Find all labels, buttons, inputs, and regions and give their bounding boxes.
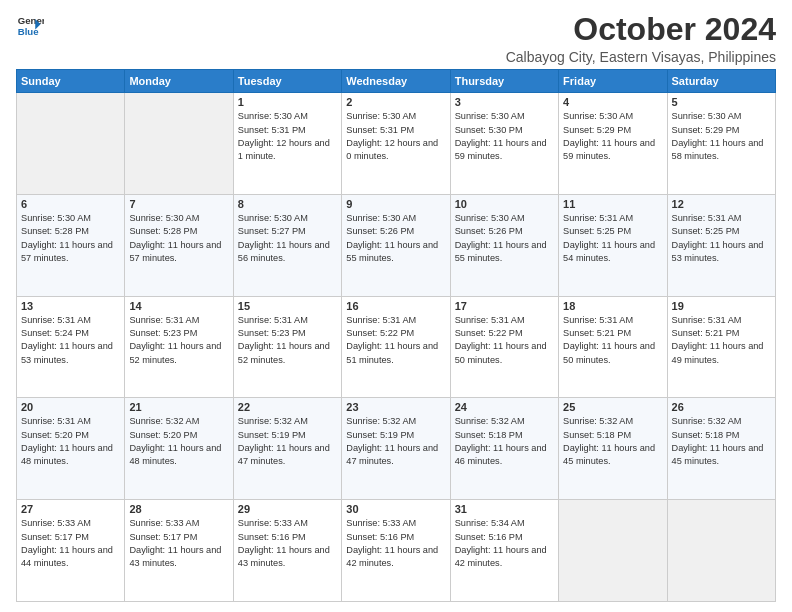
logo-icon: General Blue (16, 12, 44, 40)
sun-info-29: Sunrise: 5:33 AMSunset: 5:16 PMDaylight:… (238, 517, 337, 570)
day-number-18: 18 (563, 300, 662, 312)
cell-3-1: 21Sunrise: 5:32 AMSunset: 5:20 PMDayligh… (125, 398, 233, 500)
header-tuesday: Tuesday (233, 70, 341, 93)
cell-4-6 (667, 500, 775, 602)
calendar-body: 1Sunrise: 5:30 AMSunset: 5:31 PMDaylight… (17, 93, 776, 602)
cell-4-1: 28Sunrise: 5:33 AMSunset: 5:17 PMDayligh… (125, 500, 233, 602)
sun-info-14: Sunrise: 5:31 AMSunset: 5:23 PMDaylight:… (129, 314, 228, 367)
week-row-1: 6Sunrise: 5:30 AMSunset: 5:28 PMDaylight… (17, 194, 776, 296)
day-number-1: 1 (238, 96, 337, 108)
day-number-20: 20 (21, 401, 120, 413)
cell-3-2: 22Sunrise: 5:32 AMSunset: 5:19 PMDayligh… (233, 398, 341, 500)
day-number-21: 21 (129, 401, 228, 413)
header: General Blue October 2024 Calbayog City,… (16, 12, 776, 65)
sun-info-24: Sunrise: 5:32 AMSunset: 5:18 PMDaylight:… (455, 415, 554, 468)
cell-0-1 (125, 93, 233, 195)
day-number-27: 27 (21, 503, 120, 515)
sun-info-19: Sunrise: 5:31 AMSunset: 5:21 PMDaylight:… (672, 314, 771, 367)
day-number-12: 12 (672, 198, 771, 210)
cell-3-3: 23Sunrise: 5:32 AMSunset: 5:19 PMDayligh… (342, 398, 450, 500)
day-number-14: 14 (129, 300, 228, 312)
day-number-25: 25 (563, 401, 662, 413)
day-number-2: 2 (346, 96, 445, 108)
cell-1-3: 9Sunrise: 5:30 AMSunset: 5:26 PMDaylight… (342, 194, 450, 296)
cell-3-4: 24Sunrise: 5:32 AMSunset: 5:18 PMDayligh… (450, 398, 558, 500)
logo: General Blue (16, 12, 44, 40)
sun-info-12: Sunrise: 5:31 AMSunset: 5:25 PMDaylight:… (672, 212, 771, 265)
day-number-15: 15 (238, 300, 337, 312)
cell-0-5: 4Sunrise: 5:30 AMSunset: 5:29 PMDaylight… (559, 93, 667, 195)
header-saturday: Saturday (667, 70, 775, 93)
day-number-16: 16 (346, 300, 445, 312)
cell-0-0 (17, 93, 125, 195)
cell-2-2: 15Sunrise: 5:31 AMSunset: 5:23 PMDayligh… (233, 296, 341, 398)
sun-info-15: Sunrise: 5:31 AMSunset: 5:23 PMDaylight:… (238, 314, 337, 367)
sun-info-5: Sunrise: 5:30 AMSunset: 5:29 PMDaylight:… (672, 110, 771, 163)
day-number-22: 22 (238, 401, 337, 413)
sun-info-27: Sunrise: 5:33 AMSunset: 5:17 PMDaylight:… (21, 517, 120, 570)
day-number-29: 29 (238, 503, 337, 515)
cell-1-6: 12Sunrise: 5:31 AMSunset: 5:25 PMDayligh… (667, 194, 775, 296)
header-friday: Friday (559, 70, 667, 93)
cell-1-5: 11Sunrise: 5:31 AMSunset: 5:25 PMDayligh… (559, 194, 667, 296)
week-row-3: 20Sunrise: 5:31 AMSunset: 5:20 PMDayligh… (17, 398, 776, 500)
day-number-31: 31 (455, 503, 554, 515)
week-row-2: 13Sunrise: 5:31 AMSunset: 5:24 PMDayligh… (17, 296, 776, 398)
cell-4-2: 29Sunrise: 5:33 AMSunset: 5:16 PMDayligh… (233, 500, 341, 602)
day-number-23: 23 (346, 401, 445, 413)
sun-info-20: Sunrise: 5:31 AMSunset: 5:20 PMDaylight:… (21, 415, 120, 468)
day-number-4: 4 (563, 96, 662, 108)
sun-info-8: Sunrise: 5:30 AMSunset: 5:27 PMDaylight:… (238, 212, 337, 265)
cell-2-4: 17Sunrise: 5:31 AMSunset: 5:22 PMDayligh… (450, 296, 558, 398)
day-number-30: 30 (346, 503, 445, 515)
cell-2-5: 18Sunrise: 5:31 AMSunset: 5:21 PMDayligh… (559, 296, 667, 398)
sun-info-23: Sunrise: 5:32 AMSunset: 5:19 PMDaylight:… (346, 415, 445, 468)
sun-info-31: Sunrise: 5:34 AMSunset: 5:16 PMDaylight:… (455, 517, 554, 570)
day-number-7: 7 (129, 198, 228, 210)
cell-2-1: 14Sunrise: 5:31 AMSunset: 5:23 PMDayligh… (125, 296, 233, 398)
day-number-24: 24 (455, 401, 554, 413)
day-number-17: 17 (455, 300, 554, 312)
weekday-row: Sunday Monday Tuesday Wednesday Thursday… (17, 70, 776, 93)
sun-info-21: Sunrise: 5:32 AMSunset: 5:20 PMDaylight:… (129, 415, 228, 468)
sun-info-28: Sunrise: 5:33 AMSunset: 5:17 PMDaylight:… (129, 517, 228, 570)
cell-4-4: 31Sunrise: 5:34 AMSunset: 5:16 PMDayligh… (450, 500, 558, 602)
cell-1-4: 10Sunrise: 5:30 AMSunset: 5:26 PMDayligh… (450, 194, 558, 296)
cell-1-1: 7Sunrise: 5:30 AMSunset: 5:28 PMDaylight… (125, 194, 233, 296)
sun-info-3: Sunrise: 5:30 AMSunset: 5:30 PMDaylight:… (455, 110, 554, 163)
day-number-19: 19 (672, 300, 771, 312)
cell-1-0: 6Sunrise: 5:30 AMSunset: 5:28 PMDaylight… (17, 194, 125, 296)
sun-info-4: Sunrise: 5:30 AMSunset: 5:29 PMDaylight:… (563, 110, 662, 163)
sun-info-2: Sunrise: 5:30 AMSunset: 5:31 PMDaylight:… (346, 110, 445, 163)
day-number-8: 8 (238, 198, 337, 210)
day-number-5: 5 (672, 96, 771, 108)
cell-2-6: 19Sunrise: 5:31 AMSunset: 5:21 PMDayligh… (667, 296, 775, 398)
calendar-table: Sunday Monday Tuesday Wednesday Thursday… (16, 69, 776, 602)
cell-3-5: 25Sunrise: 5:32 AMSunset: 5:18 PMDayligh… (559, 398, 667, 500)
location-title: Calbayog City, Eastern Visayas, Philippi… (506, 49, 776, 65)
cell-0-6: 5Sunrise: 5:30 AMSunset: 5:29 PMDaylight… (667, 93, 775, 195)
cell-4-3: 30Sunrise: 5:33 AMSunset: 5:16 PMDayligh… (342, 500, 450, 602)
day-number-13: 13 (21, 300, 120, 312)
day-number-28: 28 (129, 503, 228, 515)
week-row-4: 27Sunrise: 5:33 AMSunset: 5:17 PMDayligh… (17, 500, 776, 602)
sun-info-11: Sunrise: 5:31 AMSunset: 5:25 PMDaylight:… (563, 212, 662, 265)
sun-info-7: Sunrise: 5:30 AMSunset: 5:28 PMDaylight:… (129, 212, 228, 265)
cell-3-6: 26Sunrise: 5:32 AMSunset: 5:18 PMDayligh… (667, 398, 775, 500)
day-number-6: 6 (21, 198, 120, 210)
sun-info-1: Sunrise: 5:30 AMSunset: 5:31 PMDaylight:… (238, 110, 337, 163)
cell-3-0: 20Sunrise: 5:31 AMSunset: 5:20 PMDayligh… (17, 398, 125, 500)
cell-4-0: 27Sunrise: 5:33 AMSunset: 5:17 PMDayligh… (17, 500, 125, 602)
sun-info-13: Sunrise: 5:31 AMSunset: 5:24 PMDaylight:… (21, 314, 120, 367)
sun-info-18: Sunrise: 5:31 AMSunset: 5:21 PMDaylight:… (563, 314, 662, 367)
cell-0-3: 2Sunrise: 5:30 AMSunset: 5:31 PMDaylight… (342, 93, 450, 195)
day-number-11: 11 (563, 198, 662, 210)
day-number-9: 9 (346, 198, 445, 210)
cell-2-0: 13Sunrise: 5:31 AMSunset: 5:24 PMDayligh… (17, 296, 125, 398)
day-number-10: 10 (455, 198, 554, 210)
sun-info-30: Sunrise: 5:33 AMSunset: 5:16 PMDaylight:… (346, 517, 445, 570)
day-number-3: 3 (455, 96, 554, 108)
cell-1-2: 8Sunrise: 5:30 AMSunset: 5:27 PMDaylight… (233, 194, 341, 296)
sun-info-9: Sunrise: 5:30 AMSunset: 5:26 PMDaylight:… (346, 212, 445, 265)
header-monday: Monday (125, 70, 233, 93)
